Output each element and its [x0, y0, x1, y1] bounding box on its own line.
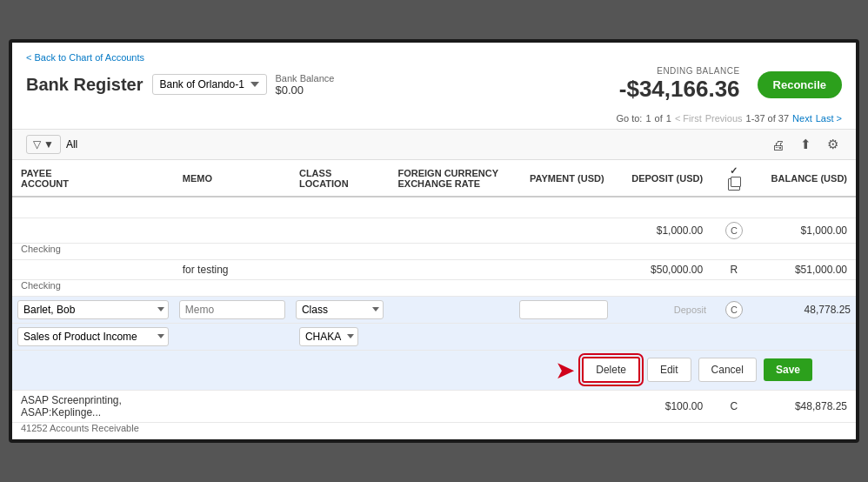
edit-foreign-cell: [389, 296, 514, 323]
row2-memo: for testing: [174, 259, 290, 279]
row4-checkmark: C: [711, 390, 757, 422]
table-row-sub: Checking: [12, 279, 856, 296]
row2-account: Checking: [12, 279, 174, 296]
row1-checkmark: C: [711, 218, 757, 243]
ending-balance-label: ENDING BALANCE: [619, 66, 740, 76]
main-window: < Back to Chart of Accounts Bank Registe…: [9, 39, 859, 443]
next-link[interactable]: Next: [792, 113, 812, 124]
status-badge[interactable]: C: [725, 301, 743, 318]
funnel-icon: ▽: [33, 138, 41, 151]
edit-deposit-cell: Deposit: [613, 296, 712, 323]
current-page: 1: [645, 113, 651, 124]
edit-payee-cell: Barlet, Bob: [12, 296, 174, 323]
th-balance: BALANCE (USD): [757, 160, 856, 197]
status-badge: C: [731, 400, 738, 412]
back-to-chart-link[interactable]: < Back to Chart of Accounts: [26, 52, 144, 63]
edit-payment-cell: 2,221.75: [514, 296, 613, 323]
red-arrow-icon: ➤: [555, 356, 575, 385]
export-icon: ⬆: [800, 137, 811, 151]
filter-dropdown-arrow: ▼: [43, 138, 54, 151]
edit-memo-cell: [174, 296, 290, 323]
table-header-row: PAYEE ACCOUNT MEMO CLASS LOCATION: [12, 160, 856, 197]
bank-balance-area: Bank Balance $0.00: [276, 73, 335, 97]
th-payee-account: PAYEE ACCOUNT: [12, 160, 174, 197]
previous-link[interactable]: Previous: [705, 113, 743, 124]
edit-account-cell: Sales of Product Income: [12, 323, 174, 350]
status-badge: C: [725, 222, 743, 239]
payee-select[interactable]: Barlet, Bob: [17, 300, 169, 319]
row4-payment: [514, 390, 613, 422]
th-class-location: CLASS LOCATION: [290, 160, 390, 197]
table-row[interactable]: $1,000.00 C $1,000.00: [12, 218, 856, 243]
edit-balance-cell: 48,778.25: [757, 296, 856, 323]
bank-balance-amount: $0.00: [276, 84, 335, 97]
action-row: ➤ Delete Edit Cancel Save: [12, 350, 856, 390]
row1-foreign: [389, 218, 514, 243]
row1-class: [290, 218, 390, 243]
edit-row-sub: Sales of Product Income CHAKA: [12, 323, 856, 350]
gear-icon: ⚙: [827, 137, 838, 151]
deposit-placeholder: Deposit: [674, 305, 706, 315]
th-checkmark: ✓: [711, 160, 757, 197]
page-title: Bank Register: [26, 75, 144, 95]
row4-account: 41252 Accounts Receivable: [12, 422, 174, 438]
header-area: < Back to Chart of Accounts Bank Registe…: [12, 43, 856, 108]
th-payment: PAYMENT (USD): [514, 160, 613, 197]
goto-label: Go to:: [616, 113, 642, 124]
row2-class: [290, 259, 390, 279]
th-foreign-currency: FOREIGN CURRENCY EXCHANGE RATE: [389, 160, 514, 197]
reconcile-button[interactable]: Reconcile: [758, 71, 842, 98]
th-deposit: DEPOSIT (USD): [613, 160, 712, 197]
memo-input[interactable]: [179, 300, 285, 319]
title-area: Bank Register Bank of Orlando-1 Bank Bal…: [26, 73, 334, 97]
table-toolbar: ▽ ▼ All 🖨 ⬆ ⚙: [12, 130, 856, 160]
table-row[interactable]: ASAP Screenprinting, ASAP:Keplinge... $1…: [12, 390, 856, 422]
row1-deposit: $1,000.00: [613, 218, 712, 243]
table-row[interactable]: for testing $50,000.00 R $51,000.00: [12, 259, 856, 279]
print-button[interactable]: 🖨: [768, 136, 788, 154]
row1-payment: [514, 218, 613, 243]
edit-row-main[interactable]: Barlet, Bob Class 2,221.75: [12, 296, 856, 323]
register-table: PAYEE ACCOUNT MEMO CLASS LOCATION: [12, 160, 856, 439]
row2-payee: [12, 259, 174, 279]
status-badge: R: [731, 264, 738, 276]
row4-balance: $48,878.25: [757, 390, 856, 422]
export-button[interactable]: ⬆: [797, 135, 815, 154]
table-row-sub: Checking: [12, 243, 856, 259]
payment-input[interactable]: 2,221.75: [519, 300, 608, 319]
edit-location-cell: CHAKA: [290, 323, 390, 350]
filter-label: All: [66, 138, 77, 151]
row1-balance: $1,000.00: [757, 218, 856, 243]
row1-memo: [174, 218, 290, 243]
edit-class-cell: Class: [290, 296, 390, 323]
account-select-edit[interactable]: Sales of Product Income: [17, 327, 169, 346]
row2-checkmark: R: [711, 259, 757, 279]
print-icon: 🖨: [771, 137, 785, 152]
row4-memo: [174, 390, 290, 422]
location-select[interactable]: CHAKA: [299, 327, 358, 346]
filter-button[interactable]: ▽ ▼: [26, 135, 61, 154]
row4-class: [290, 390, 390, 422]
last-link[interactable]: Last >: [816, 113, 842, 124]
bank-balance-label: Bank Balance: [276, 73, 335, 84]
ending-balance-area: ENDING BALANCE -$34,166.36: [619, 66, 740, 103]
first-link[interactable]: < First: [675, 113, 702, 124]
copy-icon: [728, 178, 740, 191]
row2-deposit: $50,000.00: [613, 259, 712, 279]
row4-foreign: [389, 390, 514, 422]
row1-account: Checking: [12, 243, 174, 259]
pagination-bar: Go to: 1 of 1 < First Previous 1-37 of 3…: [12, 108, 856, 130]
account-select[interactable]: Bank of Orlando-1: [152, 74, 267, 95]
cancel-button[interactable]: Cancel: [698, 358, 757, 382]
delete-button[interactable]: Delete: [582, 357, 640, 383]
save-button[interactable]: Save: [764, 358, 812, 381]
right-header: ENDING BALANCE -$34,166.36 Reconcile: [619, 66, 842, 103]
table-row-sub: 41252 Accounts Receivable: [12, 422, 856, 438]
edit-button[interactable]: Edit: [647, 358, 691, 382]
row2-foreign: [389, 259, 514, 279]
toolbar-actions: 🖨 ⬆ ⚙: [768, 135, 842, 154]
settings-button[interactable]: ⚙: [824, 135, 842, 154]
class-select[interactable]: Class: [296, 300, 384, 319]
th-memo: MEMO: [174, 160, 290, 197]
row4-deposit: $100.00: [613, 390, 712, 422]
